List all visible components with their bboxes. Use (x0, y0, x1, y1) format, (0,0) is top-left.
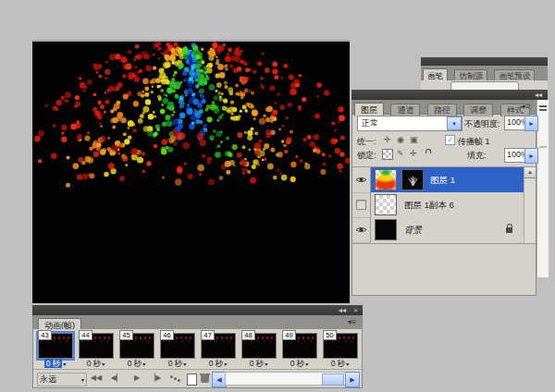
layer-thumbnail[interactable] (375, 169, 397, 190)
tab-layers[interactable]: 图层 (354, 103, 384, 116)
dropdown-icon: ▾ (102, 361, 105, 367)
layer-row-background[interactable]: 背景 (352, 217, 524, 242)
docked-panel-glyph (539, 146, 547, 148)
frame-44[interactable]: 44 0 秒▾ (77, 330, 115, 368)
background-lock-icon (506, 227, 512, 233)
delete-frame-button[interactable] (201, 375, 209, 383)
layer-thumbnail[interactable] (375, 194, 397, 215)
new-frame-button[interactable] (187, 374, 197, 386)
dropdown-icon: ▾ (142, 361, 145, 367)
frame-number: 49 (282, 330, 296, 340)
frame-number: 44 (79, 330, 92, 340)
frame-49[interactable]: 49 0 秒▾ (280, 330, 318, 368)
frame-46[interactable]: 46 0 秒▾ (158, 330, 196, 368)
lock-label: 锁定: (357, 150, 376, 162)
visibility-toggle[interactable] (352, 192, 371, 218)
propagate-frame-label: 传播帧 1 (458, 136, 490, 148)
docked-panel-glyph (539, 109, 547, 111)
layer-mask-thumbnail[interactable] (401, 169, 424, 190)
mini-burst-icon (407, 173, 419, 187)
close-panel-icon[interactable]: × (353, 306, 358, 314)
blend-mode-value: 正常 (358, 116, 447, 130)
fill-label: 填充: (467, 150, 487, 162)
frame-47[interactable]: 47 0 秒▾ (199, 330, 237, 368)
first-frame-button[interactable]: ◀◀ (87, 372, 105, 385)
collapse-panel-icon[interactable]: ◂◂ (339, 306, 346, 314)
panel-menu-icon[interactable]: ▾≡ (522, 103, 530, 111)
frames-scrollbar[interactable]: ◀ ▶ (212, 372, 360, 386)
document-canvas[interactable] (32, 42, 350, 303)
opacity-spinner-icon[interactable]: ► (524, 116, 538, 131)
panel-menu-icon[interactable]: ▾≡ (348, 318, 356, 326)
layer-name: 图层 1副本 6 (404, 200, 454, 212)
layer-list-scrollbar[interactable]: ▲ (524, 167, 536, 243)
unify-visibility-icon[interactable]: ◉ (397, 135, 404, 144)
blend-mode-dropdown-icon[interactable]: ▾ (447, 116, 462, 130)
docked-panel-glyph (539, 105, 547, 107)
rainbow-particle-artwork (32, 42, 350, 303)
lock-position-icon[interactable]: ✛ (410, 149, 417, 158)
brush-panel-titlebar[interactable] (421, 57, 548, 66)
layer-name: 图层 1 (430, 175, 455, 187)
brush-panel-group: 画笔 仿制源 画笔预设 (421, 57, 548, 90)
frame-45[interactable]: 45 0 秒▾ (117, 330, 155, 368)
eye-icon (355, 176, 367, 184)
propagate-frame-checkbox[interactable]: ✓ (445, 135, 455, 145)
tween-button[interactable] (170, 375, 173, 378)
visibility-toggle[interactable] (352, 217, 371, 243)
lock-transparency-icon[interactable] (382, 149, 393, 160)
layer-name: 背景 (404, 225, 422, 237)
loop-count-value: 永远 (40, 374, 56, 386)
frame-number: 48 (241, 330, 255, 340)
scrollbar-track[interactable] (225, 372, 347, 386)
unify-position-icon[interactable]: ✛ (384, 135, 391, 144)
next-frame-button[interactable]: ▕▶ (146, 372, 165, 385)
dropdown-icon: ▾ (224, 361, 227, 367)
frame-number: 46 (160, 330, 174, 340)
previous-frame-button[interactable]: ◀▏ (107, 372, 126, 385)
layers-panel-titlebar[interactable]: ◂◂ (352, 90, 548, 100)
animation-panel-tabs: 动画(帧) ▾≡ (33, 315, 362, 330)
tab-channels[interactable]: 通道 (390, 104, 420, 116)
visibility-empty-box (356, 200, 366, 210)
brush-panel-button[interactable] (450, 81, 519, 90)
layer-row-layer1[interactable]: 图层 1 (352, 167, 524, 192)
scrollbar-thumb[interactable] (322, 374, 344, 386)
dropdown-icon: ▾ (81, 376, 84, 383)
photoshop-workspace: 画笔 仿制源 画笔预设 ◂◂ 图层 通道 路径 调整 样式 ▾≡ 正常 ▾ 不透… (0, 0, 555, 392)
lock-image-icon[interactable]: ✎ (397, 149, 404, 158)
blend-mode-select[interactable]: 正常 ▾ (357, 116, 462, 131)
animation-panel-titlebar[interactable]: ◂◂ × (32, 305, 363, 315)
animation-controls-bar: 永远 ▾ ◀◀ ◀▏ ▶ ▕▶ ◀ ▶ (33, 369, 362, 387)
frames-strip: 43 0 秒▾ 44 0 秒▾ 45 0 秒▾ 46 0 秒▾ 47 0 (33, 329, 362, 369)
layers-panel: 图层 通道 路径 调整 样式 ▾≡ 正常 ▾ 不透明度: 100% ► 统一: … (352, 100, 536, 296)
opacity-label: 不透明度: (464, 118, 500, 130)
scroll-right-icon[interactable]: ▶ (345, 372, 360, 387)
scroll-up-icon[interactable]: ▲ (524, 167, 536, 178)
frame-number: 45 (119, 330, 133, 340)
frame-number: 47 (201, 330, 215, 340)
fill-spinner-icon[interactable]: ► (524, 148, 538, 164)
frame-50[interactable]: 50 0 秒▾ (321, 330, 359, 368)
layer-row-layer1-copy6[interactable]: 图层 1副本 6 (352, 192, 524, 217)
frame-number: 43 (38, 330, 52, 340)
layers-panel-tabs: 图层 通道 路径 调整 样式 ▾≡ (352, 100, 536, 115)
tab-adjustments[interactable]: 调整 (463, 104, 493, 116)
frame-43[interactable]: 43 0 秒▾ (36, 330, 74, 368)
visibility-toggle[interactable] (352, 167, 371, 193)
dropdown-icon: ▾ (346, 361, 349, 367)
frame-48[interactable]: 48 0 秒▾ (240, 330, 278, 368)
layer-list: 图层 1 图层 1副本 6 背景 (352, 166, 536, 244)
collapse-panel-icon[interactable]: ◂◂ (535, 91, 542, 99)
play-button[interactable]: ▶ (128, 372, 146, 385)
loop-count-select[interactable]: 永远 ▾ (37, 373, 87, 386)
unify-style-icon[interactable]: ▣ (410, 135, 418, 144)
unify-label: 统一: (357, 136, 376, 148)
eye-icon (355, 226, 367, 234)
brush-panel-tabs: 画笔 仿制源 画笔预设 (421, 66, 548, 81)
frame-number: 50 (323, 330, 337, 340)
dropdown-icon: ▾ (305, 361, 308, 367)
layer-thumbnail[interactable] (375, 219, 397, 240)
brush-panel-content (421, 80, 548, 90)
tab-paths[interactable]: 路径 (427, 104, 457, 116)
